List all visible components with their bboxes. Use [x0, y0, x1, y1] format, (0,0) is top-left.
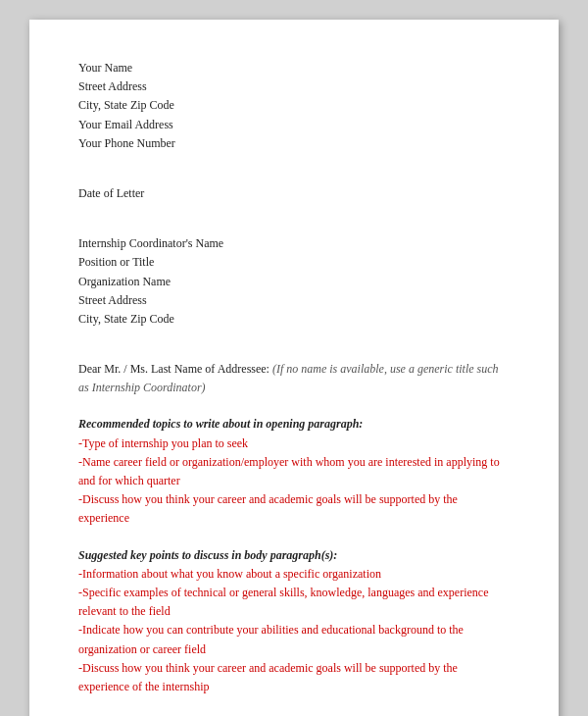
phone-number: Your Phone Number [78, 134, 510, 153]
recipient-title: Position or Title [78, 253, 510, 272]
opening-item-2: -Name career field or organization/emplo… [78, 453, 510, 490]
body-item-2: -Specific examples of technical or gener… [78, 584, 510, 621]
recipient-section: Internship Coordinator's Name Position o… [78, 234, 510, 329]
recipient-org: Organization Name [78, 273, 510, 291]
opening-paragraph-section: Recommended topics to write about in ope… [78, 415, 510, 528]
body-heading: Suggested key points to discuss in body … [78, 546, 510, 565]
salutation-section: Dear Mr. / Ms. Last Name of Addressee: (… [78, 360, 510, 397]
date-section: Date of Letter [78, 184, 510, 203]
opening-item-3: -Discuss how you think your career and a… [78, 490, 510, 528]
letter-page: Your Name Street Address City, State Zip… [29, 20, 559, 716]
body-item-4: -Discuss how you think your career and a… [78, 659, 510, 696]
your-name: Your Name [78, 59, 510, 77]
street-address: Street Address [78, 77, 510, 96]
opening-heading: Recommended topics to write about in ope… [78, 415, 510, 434]
recipient-name: Internship Coordinator's Name [78, 234, 510, 253]
city-state-zip: City, State Zip Code [78, 96, 510, 115]
body-item-1: -Information about what you know about a… [78, 565, 510, 584]
email-address: Your Email Address [78, 116, 510, 134]
date-label: Date of Letter [78, 184, 510, 203]
body-item-3: -Indicate how you can contribute your ab… [78, 621, 510, 658]
body-paragraph-section: Suggested key points to discuss in body … [78, 546, 510, 697]
sender-section: Your Name Street Address City, State Zip… [78, 59, 510, 153]
recipient-address: Street Address [78, 291, 510, 310]
recipient-city: City, State Zip Code [78, 310, 510, 329]
opening-item-1: -Type of internship you plan to seek [78, 435, 510, 453]
salutation-text: Dear Mr. / Ms. Last Name of Addressee: (… [78, 360, 510, 397]
